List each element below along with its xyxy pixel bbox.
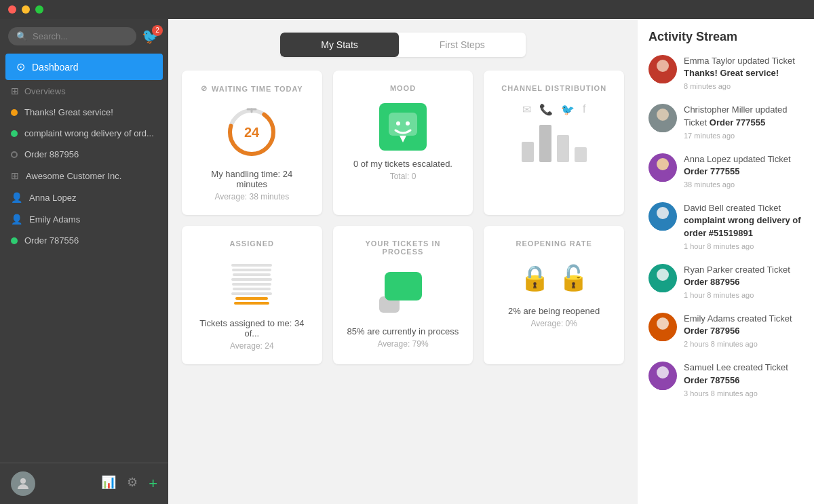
- sidebar-item-anna[interactable]: 👤 Anna Lopez: [0, 187, 168, 208]
- lock-visual: 🔒 🔓: [520, 264, 589, 292]
- activity-name: Emily Adams: [684, 313, 735, 324]
- in-process-value: 85% are currently in process: [347, 326, 459, 336]
- activity-item-david: David Bell created Ticket complaint wron…: [648, 202, 803, 250]
- activity-text-emma: Emma Taylor updated Ticket Thanks! Great…: [684, 55, 803, 79]
- notification-badge: 2: [152, 25, 163, 36]
- avatar-christopher: [648, 104, 677, 132]
- twitter-icon: 🐦: [561, 103, 575, 116]
- settings-icon[interactable]: ⚙: [127, 475, 138, 492]
- sidebar-item-order787556[interactable]: Order 787556: [0, 230, 168, 251]
- activity-name: Anna Lopez: [684, 154, 731, 164]
- activity-content-ryan: Ryan Parker created Ticket Order 887956 …: [684, 264, 803, 299]
- sidebar-item-emily[interactable]: 👤 Emily Adams: [0, 208, 168, 230]
- activity-content-emily: Emily Adams created Ticket Order 787956 …: [684, 313, 803, 348]
- main-content: My Stats First Steps ⊘ WAITING TIME TODA…: [168, 19, 638, 504]
- activity-content-samuel: Samuel Lee created Ticket Order 787556 3…: [684, 362, 803, 397]
- section-label: Overviews: [24, 86, 66, 96]
- avatar-david: [648, 202, 677, 231]
- svg-point-14: [653, 121, 672, 132]
- dot-green-icon: [11, 130, 18, 137]
- sidebar-item-complaint[interactable]: complaint wrong delivery of ord...: [0, 123, 168, 144]
- user-avatar[interactable]: [11, 471, 35, 496]
- activity-text-emily: Emily Adams created Ticket Order 787956: [684, 313, 803, 337]
- dashboard-icon: ⊙: [16, 60, 25, 73]
- maximize-button[interactable]: [35, 5, 43, 14]
- avatar-emma: [648, 55, 677, 83]
- stats-grid: ⊘ WAITING TIME TODAY 24 My handling time…: [182, 71, 624, 364]
- lock-open-icon: 🔓: [558, 264, 589, 292]
- activity-name: Emma Taylor: [684, 56, 735, 66]
- svg-point-9: [406, 121, 410, 125]
- in-process-avg: Average: 79%: [377, 339, 428, 349]
- clock-icon: ⊘: [201, 84, 208, 93]
- assigned-visual: [231, 264, 272, 305]
- svg-point-20: [653, 282, 672, 292]
- svg-point-23: [657, 366, 669, 379]
- assigned-title: ASSIGNED: [230, 239, 274, 248]
- waiting-time-value: My handling time: 24 minutes: [195, 169, 309, 189]
- add-icon[interactable]: +: [149, 475, 157, 492]
- svg-point-15: [657, 158, 669, 170]
- svg-point-16: [653, 171, 672, 182]
- dot-yellow-icon: [11, 109, 18, 116]
- search-box[interactable]: 🔍: [8, 27, 136, 45]
- waiting-time-avg: Average: 38 minutes: [214, 192, 289, 201]
- svg-text:24: 24: [244, 125, 260, 140]
- activity-text-christopher: Christopher Miller updated Ticket Order …: [684, 104, 803, 128]
- activity-item-emily: Emily Adams created Ticket Order 787956 …: [648, 313, 803, 348]
- sidebar-section-overviews: ⊞ Overviews: [0, 80, 168, 102]
- email-icon: ✉: [522, 103, 531, 116]
- activity-stream: Activity Stream Emma Taylor updated Tick…: [638, 19, 814, 504]
- activity-text-anna: Anna Lopez updated Ticket Order 777555: [684, 153, 803, 178]
- bar-chart-icon[interactable]: 📊: [101, 475, 116, 492]
- mood-sub: Total: 0: [390, 172, 416, 181]
- sidebar-item-awesome[interactable]: ⊞ Awesome Customer Inc.: [0, 165, 168, 187]
- svg-point-19: [657, 269, 669, 281]
- card-reopening: REOPENING RATE 🔒 🔓 2% are being reopened…: [484, 226, 624, 364]
- minimize-button[interactable]: [22, 5, 30, 14]
- activity-time-samuel: 3 hours 8 minutes ago: [684, 389, 803, 398]
- dot-green-icon: [11, 237, 18, 244]
- sidebar-item-thanks[interactable]: Thanks! Great service!: [0, 102, 168, 123]
- person-icon: 👤: [11, 214, 22, 225]
- waiting-time-title: WAITING TIME TODAY: [212, 85, 303, 93]
- dashboard-label: Dashboard: [32, 62, 79, 73]
- sidebar-item-dashboard[interactable]: ⊙ Dashboard: [5, 54, 163, 80]
- activity-text-david: David Bell created Ticket complaint wron…: [684, 202, 803, 239]
- assigned-avg: Average: 24: [230, 341, 274, 351]
- avatar-anna: [648, 153, 677, 182]
- card-in-process: YOUR TICKETS IN PROCESS 85% are currentl…: [333, 226, 473, 364]
- sidebar-item-order887956[interactable]: Order 887956: [0, 144, 168, 165]
- sidebar-footer: 📊 ⚙ +: [0, 463, 168, 504]
- svg-point-11: [657, 60, 669, 72]
- sidebar: 🔍 🐦 2 ⊙ Dashboard ⊞ Overviews Thanks! Gr…: [0, 19, 168, 504]
- activity-time-ryan: 1 hour 8 minutes ago: [684, 291, 803, 299]
- tab-first-steps[interactable]: First Steps: [399, 33, 526, 57]
- titlebar: [0, 0, 814, 19]
- timer-visual: 24: [225, 104, 279, 161]
- avatar-samuel: [648, 362, 677, 390]
- card-assigned: ASSIGNED Tickets assigned to me: 34 of..…: [182, 226, 322, 364]
- activity-stream-title: Activity Stream: [648, 30, 803, 44]
- activity-item-emma: Emma Taylor updated Ticket Thanks! Great…: [648, 55, 803, 90]
- svg-point-22: [653, 330, 672, 341]
- activity-item-ryan: Ryan Parker created Ticket Order 887956 …: [648, 264, 803, 299]
- sidebar-item-label: Awesome Customer Inc.: [26, 171, 121, 181]
- svg-point-18: [653, 220, 672, 231]
- card-channel: CHANNEL DISTRIBUTION ✉ 📞 🐦 f: [484, 71, 624, 215]
- search-input[interactable]: [33, 31, 128, 41]
- close-button[interactable]: [8, 5, 16, 14]
- sidebar-item-label: Anna Lopez: [29, 193, 76, 203]
- channel-icons: ✉ 📞 🐦 f: [522, 103, 585, 116]
- reopening-avg: Average: 0%: [530, 319, 577, 328]
- activity-item-anna: Anna Lopez updated Ticket Order 777555 3…: [648, 153, 803, 189]
- activity-content-david: David Bell created Ticket complaint wron…: [684, 202, 803, 250]
- phone-icon: 📞: [539, 103, 553, 116]
- activity-content-emma: Emma Taylor updated Ticket Thanks! Great…: [684, 55, 803, 90]
- svg-point-12: [653, 73, 672, 83]
- tab-my-stats[interactable]: My Stats: [280, 33, 398, 57]
- svg-point-21: [657, 317, 669, 330]
- reopening-value: 2% are being reopened: [508, 306, 600, 316]
- activity-time-christopher: 17 minutes ago: [684, 132, 803, 140]
- activity-time-david: 1 hour 8 minutes ago: [684, 242, 803, 250]
